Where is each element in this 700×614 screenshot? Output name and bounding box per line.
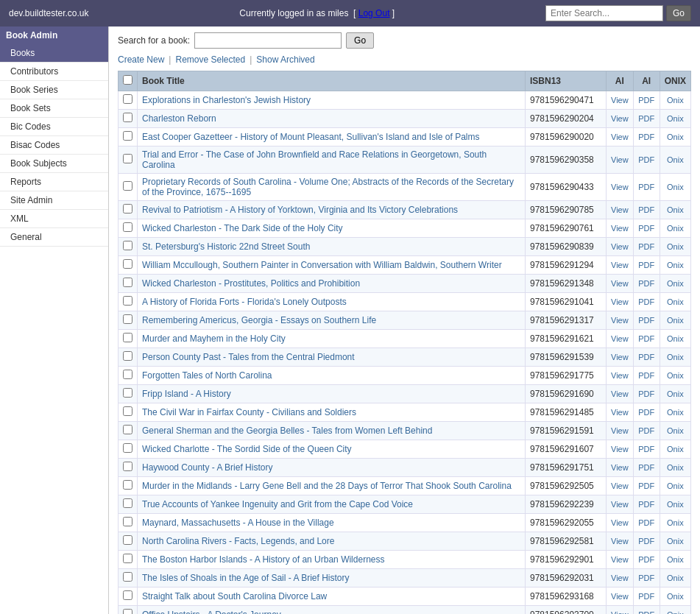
pdf-link[interactable]: PDF [638,353,654,361]
pdf-link[interactable]: PDF [638,297,654,306]
onix-link[interactable]: Onix [667,224,684,233]
pdf-link[interactable]: PDF [638,96,654,105]
onix-link[interactable]: Onix [667,592,684,601]
view-link[interactable]: View [611,224,629,233]
book-title-link[interactable]: Revival to Patriotism - A History of Yor… [142,205,458,215]
pdf-link[interactable]: PDF [638,610,654,614]
book-title-link[interactable]: Explorations in Charleston's Jewish Hist… [142,95,311,105]
onix-link[interactable]: Onix [667,279,684,288]
pdf-link[interactable]: PDF [638,183,654,191]
pdf-link[interactable]: PDF [638,500,654,509]
book-title-link[interactable]: St. Petersburg's Historic 22nd Street So… [142,241,310,252]
onix-link[interactable]: Onix [667,297,684,306]
view-link[interactable]: View [611,183,629,191]
view-link[interactable]: View [611,481,629,490]
view-link[interactable]: View [611,297,629,306]
global-search-button[interactable]: Go [666,5,691,21]
book-title-link[interactable]: The Civil War in Fairfax County - Civili… [142,407,356,417]
pdf-link[interactable]: PDF [638,592,654,601]
row-checkbox[interactable] [123,535,132,545]
view-link[interactable]: View [611,537,629,546]
view-link[interactable]: View [611,555,629,564]
pdf-link[interactable]: PDF [638,555,654,564]
row-checkbox[interactable] [123,443,132,453]
row-checkbox[interactable] [123,278,132,287]
row-checkbox[interactable] [123,554,132,563]
pdf-link[interactable]: PDF [638,155,654,164]
row-checkbox[interactable] [123,480,132,490]
onix-link[interactable]: Onix [667,389,684,398]
book-title-link[interactable]: Remembering Americus, Georgia - Essays o… [142,315,376,325]
pdf-link[interactable]: PDF [638,518,654,527]
book-title-link[interactable]: A History of Florida Forts - Florida's L… [142,297,347,307]
view-link[interactable]: View [611,242,629,251]
row-checkbox[interactable] [123,590,132,600]
onix-link[interactable]: Onix [667,574,684,582]
row-checkbox[interactable] [123,370,132,379]
book-title-link[interactable]: William Mccullough, Southern Painter in … [142,260,502,270]
pdf-link[interactable]: PDF [638,133,654,141]
global-search-input[interactable] [545,5,663,21]
view-link[interactable]: View [611,155,629,164]
sidebar-item-book-sets[interactable]: Book Sets [0,99,108,118]
onix-link[interactable]: Onix [667,133,684,141]
row-checkbox[interactable] [123,388,132,398]
book-title-link[interactable]: Wicked Charleston - Prostitutes, Politic… [142,278,360,289]
book-title-link[interactable]: Fripp Island - A History [142,389,231,399]
onix-link[interactable]: Onix [667,610,684,614]
row-checkbox[interactable] [123,94,132,104]
view-link[interactable]: View [611,96,629,105]
row-checkbox[interactable] [123,181,132,191]
view-link[interactable]: View [611,610,629,614]
view-link[interactable]: View [611,463,629,472]
view-link[interactable]: View [611,371,629,380]
onix-link[interactable]: Onix [667,445,684,454]
book-title-link[interactable]: East Cooper Gazetteer - History of Mount… [142,132,480,142]
book-title-link[interactable]: General Sherman and the Georgia Belles -… [142,426,432,436]
show-archived-link[interactable]: Show Archived [256,54,314,65]
book-search-button[interactable]: Go [346,32,374,49]
onix-link[interactable]: Onix [667,205,684,214]
row-checkbox[interactable] [123,113,132,122]
row-checkbox[interactable] [123,259,132,269]
onix-link[interactable]: Onix [667,334,684,343]
book-title-link[interactable]: North Carolina Rivers - Facts, Legends, … [142,536,334,546]
pdf-link[interactable]: PDF [638,481,654,490]
onix-link[interactable]: Onix [667,261,684,269]
row-checkbox[interactable] [123,498,132,508]
onix-link[interactable]: Onix [667,371,684,380]
pdf-link[interactable]: PDF [638,463,654,472]
sidebar-item-bic-codes[interactable]: Bic Codes [0,118,108,136]
book-title-link[interactable]: Person County Past - Tales from the Cent… [142,352,355,362]
row-checkbox[interactable] [123,296,132,306]
row-checkbox[interactable] [123,154,132,163]
book-title-link[interactable]: Haywood County - A Brief History [142,462,272,473]
onix-link[interactable]: Onix [667,316,684,325]
onix-link[interactable]: Onix [667,537,684,546]
row-checkbox[interactable] [123,204,132,214]
view-link[interactable]: View [611,426,629,435]
book-title-link[interactable]: Straight Talk about South Carolina Divor… [142,591,327,601]
onix-link[interactable]: Onix [667,242,684,251]
pdf-link[interactable]: PDF [638,389,654,398]
onix-link[interactable]: Onix [667,518,684,527]
book-title-link[interactable]: Forgotten Tales of North Carolina [142,370,272,381]
view-link[interactable]: View [611,389,629,398]
row-checkbox[interactable] [123,314,132,324]
sidebar-item-site-admin[interactable]: Site Admin [0,191,108,210]
onix-link[interactable]: Onix [667,555,684,564]
row-checkbox[interactable] [123,406,132,416]
sidebar-item-book-series[interactable]: Book Series [0,81,108,99]
view-link[interactable]: View [611,500,629,509]
row-checkbox[interactable] [123,462,132,471]
view-link[interactable]: View [611,114,629,123]
row-checkbox[interactable] [123,131,132,141]
pdf-link[interactable]: PDF [638,242,654,251]
view-link[interactable]: View [611,334,629,343]
create-new-link[interactable]: Create New [118,54,164,65]
onix-link[interactable]: Onix [667,114,684,123]
row-checkbox[interactable] [123,241,132,250]
onix-link[interactable]: Onix [667,96,684,105]
onix-link[interactable]: Onix [667,481,684,490]
onix-link[interactable]: Onix [667,500,684,509]
